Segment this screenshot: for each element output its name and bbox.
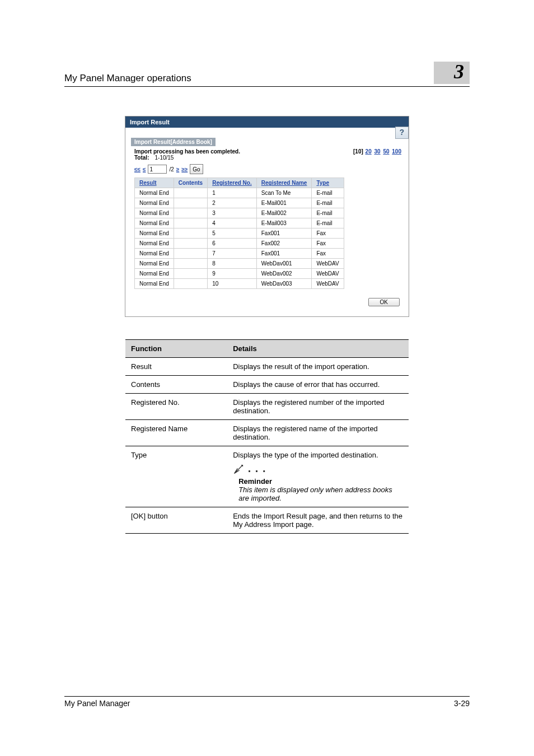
cell-name: Scan To Me [256, 188, 312, 198]
table-row: Normal End8WebDav001WebDAV [135, 259, 344, 269]
cell-name: Fax001 [256, 228, 312, 239]
cell-name: E-Mail001 [256, 198, 312, 208]
cell-type: WebDAV [312, 279, 344, 289]
cell-contents [174, 188, 207, 198]
desc-row: [OK] buttonEnds the Import Result page, … [125, 507, 409, 533]
table-row: Normal End1Scan To MeE-mail [135, 188, 344, 198]
cell-name: E-Mail003 [256, 218, 312, 228]
page-size-30[interactable]: 30 [374, 148, 381, 155]
cell-result: Normal End [135, 269, 174, 279]
pager-input[interactable] [148, 165, 167, 174]
page-size-100[interactable]: 100 [392, 148, 401, 155]
desc-row: TypeDisplays the type of the imported de… [125, 446, 409, 507]
desc-row: Registered NameDisplays the registered n… [125, 420, 409, 446]
chapter-badge: 3 [434, 62, 470, 84]
cell-type: WebDAV [312, 269, 344, 279]
pager-of: /2 [169, 166, 174, 172]
cell-type: E-mail [312, 218, 344, 228]
help-icon[interactable]: ? [395, 127, 409, 139]
desc-head-function: Function [125, 340, 227, 358]
cell-result: Normal End [135, 218, 174, 228]
table-row: Normal End6Fax002Fax [135, 239, 344, 249]
col-type[interactable]: Type [312, 178, 344, 188]
cell-contents [174, 279, 207, 289]
cell-type: WebDAV [312, 259, 344, 269]
page-size-50[interactable]: 50 [383, 148, 389, 155]
col-regno[interactable]: Registered No. [208, 178, 257, 188]
import-message: Import processing has been completed. [134, 148, 240, 155]
chapter-number: 3 [454, 62, 464, 82]
desc-function: Type [125, 446, 227, 507]
cell-result: Normal End [135, 188, 174, 198]
reminder-title: Reminder [233, 477, 403, 486]
cell-name: WebDav001 [256, 259, 312, 269]
cell-name: WebDav003 [256, 279, 312, 289]
sub-bar: Import Result[Address Book] [131, 138, 216, 146]
cell-no: 4 [208, 218, 257, 228]
panel-title: Import Result [125, 116, 409, 128]
cell-result: Normal End [135, 279, 174, 289]
cell-no: 3 [208, 208, 257, 218]
cell-no: 2 [208, 198, 257, 208]
desc-details: Displays the registered name of the impo… [227, 420, 409, 446]
reminder-icon: . . . [233, 463, 403, 475]
cell-result: Normal End [135, 259, 174, 269]
col-regname[interactable]: Registered Name [256, 178, 312, 188]
cell-result: Normal End [135, 198, 174, 208]
total-range: 1-10/15 [154, 155, 174, 161]
desc-function: Result [125, 358, 227, 376]
table-row: Normal End9WebDav002WebDAV [135, 269, 344, 279]
page-size-links: [10] 20 30 50 100 [353, 148, 402, 155]
page-footer: My Panel Manager 3-29 [64, 696, 470, 708]
desc-row: ResultDisplays the result of the import … [125, 358, 409, 376]
cell-no: 6 [208, 239, 257, 249]
section-title: My Panel Manager operations [64, 73, 429, 84]
col-result[interactable]: Result [135, 178, 174, 188]
cell-contents [174, 198, 207, 208]
sub-bar-wrap: Import Result[Address Book] [131, 138, 403, 146]
desc-function: Registered Name [125, 420, 227, 446]
result-table: Result Contents Registered No. Registere… [134, 178, 344, 289]
cell-type: Fax [312, 239, 344, 249]
cell-type: Fax [312, 228, 344, 239]
import-result-panel: Import Result ? Import Result[Address Bo… [125, 116, 409, 317]
desc-head-details: Details [227, 340, 409, 358]
cell-name: E-Mail002 [256, 208, 312, 218]
cell-contents [174, 228, 207, 239]
pager-next[interactable]: ≥ [176, 166, 180, 172]
pager-first[interactable]: ≤≤ [134, 166, 140, 172]
pager: ≤≤ ≤ /2 ≥ ≥≥ Go [131, 161, 403, 178]
desc-details: Displays the cause of error that has occ… [227, 376, 409, 394]
desc-function: Registered No. [125, 394, 227, 420]
pager-prev[interactable]: ≤ [143, 166, 146, 172]
cell-name: Fax001 [256, 249, 312, 259]
footer-right: 3-29 [454, 699, 470, 708]
desc-row: ContentsDisplays the cause of error that… [125, 376, 409, 394]
desc-row: Registered No.Displays the registered nu… [125, 394, 409, 420]
desc-details: Ends the Import Result page, and then re… [227, 507, 409, 533]
cell-no: 10 [208, 279, 257, 289]
pager-go-button[interactable]: Go [190, 164, 203, 174]
cell-name: WebDav002 [256, 269, 312, 279]
cell-no: 8 [208, 259, 257, 269]
cell-type: E-mail [312, 208, 344, 218]
cell-type: Fax [312, 249, 344, 259]
cell-name: Fax002 [256, 239, 312, 249]
col-contents[interactable]: Contents [174, 178, 207, 188]
cell-contents [174, 249, 207, 259]
table-row: Normal End3E-Mail002E-mail [135, 208, 344, 218]
desc-details: Displays the result of the import operat… [227, 358, 409, 376]
desc-details: Displays the type of the imported destin… [227, 446, 409, 507]
status-area: Import processing has been completed. To… [134, 148, 240, 161]
cell-contents [174, 269, 207, 279]
cell-no: 5 [208, 228, 257, 239]
cell-type: E-mail [312, 198, 344, 208]
cell-type: E-mail [312, 188, 344, 198]
pager-last[interactable]: ≥≥ [181, 166, 188, 172]
desc-function: Contents [125, 376, 227, 394]
ok-button[interactable]: OK [368, 298, 400, 306]
page-header: My Panel Manager operations 3 [64, 73, 470, 87]
description-table: Function Details ResultDisplays the resu… [125, 339, 409, 534]
page-size-20[interactable]: 20 [366, 148, 372, 155]
cell-contents [174, 218, 207, 228]
